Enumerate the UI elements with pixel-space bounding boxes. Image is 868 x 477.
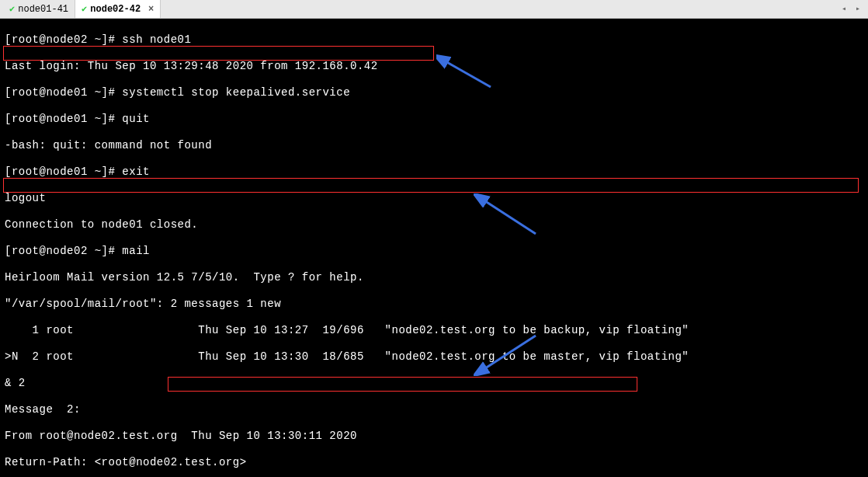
- terminal-line: & 2: [5, 377, 863, 390]
- tab-node01[interactable]: ✔ node01-41: [3, 0, 75, 18]
- tab-prev-icon[interactable]: ◂: [838, 4, 849, 15]
- terminal-line: [root@node02 ~]# mail: [5, 245, 863, 258]
- terminal-line: [root@node01 ~]# systemctl stop keepaliv…: [5, 86, 863, 99]
- terminal-line: -bash: quit: command not found: [5, 139, 863, 152]
- tab-label: node01-41: [18, 4, 68, 15]
- terminal[interactable]: [root@node02 ~]# ssh node01 Last login: …: [0, 19, 868, 477]
- tab-node02[interactable]: ✔ node02-42 ×: [75, 0, 161, 18]
- terminal-line: From root@node02.test.org Thu Sep 10 13:…: [5, 430, 863, 443]
- terminal-line: Heirloom Mail version 12.5 7/5/10. Type …: [5, 271, 863, 284]
- check-icon: ✔: [9, 3, 15, 15]
- terminal-line: [root@node01 ~]# quit: [5, 113, 863, 126]
- close-icon[interactable]: ×: [148, 4, 154, 15]
- terminal-line: [root@node02 ~]# ssh node01: [5, 33, 863, 47]
- terminal-line: Last login: Thu Sep 10 13:29:48 2020 fro…: [5, 60, 863, 73]
- terminal-line: Return-Path: <root@node02.test.org>: [5, 456, 863, 469]
- tab-bar: ✔ node01-41 ✔ node02-42 × ◂ ▸: [0, 0, 868, 19]
- tab-label: node02-42: [90, 4, 141, 15]
- terminal-line: 1 root Thu Sep 10 13:27 19/696 "node02.t…: [5, 324, 863, 337]
- terminal-line: Connection to node01 closed.: [5, 218, 863, 232]
- terminal-line: >N 2 root Thu Sep 10 13:30 18/685 "node0…: [5, 350, 863, 364]
- tab-bar-controls: ◂ ▸: [838, 0, 868, 18]
- terminal-line: "/var/spool/mail/root": 2 messages 1 new: [5, 298, 863, 311]
- tab-next-icon[interactable]: ▸: [852, 4, 863, 15]
- terminal-line: [root@node01 ~]# exit: [5, 165, 863, 179]
- check-icon: ✔: [82, 3, 87, 15]
- terminal-line: logout: [5, 192, 863, 205]
- highlight-box-1: [3, 46, 434, 61]
- highlight-box-2: [3, 178, 859, 193]
- terminal-line: Message 2:: [5, 403, 863, 416]
